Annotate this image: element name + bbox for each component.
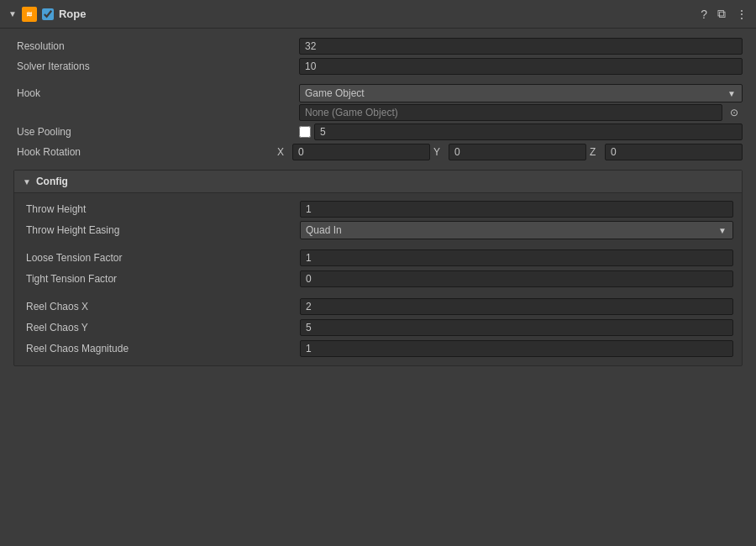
presets-button[interactable]: ⧉ (717, 7, 726, 21)
expand-arrow-icon[interactable]: ▼ (8, 9, 17, 18)
more-options-button[interactable]: ⋮ (736, 8, 748, 21)
solver-iterations-row: Solver Iterations (13, 57, 743, 76)
throw-height-easing-row: Throw Height Easing Quad In ▼ (23, 221, 733, 239)
reel-chaos-magnitude-label: Reel Chaos Magnitude (23, 343, 300, 354)
throw-height-easing-select[interactable]: Quad In (300, 221, 733, 239)
config-section-title: Config (36, 176, 68, 187)
hook-rotation-label: Hook Rotation (13, 146, 277, 158)
reel-chaos-magnitude-row: Reel Chaos Magnitude (23, 339, 733, 358)
use-pooling-checkbox[interactable] (299, 126, 311, 138)
target-icon[interactable]: ⊙ (726, 104, 743, 121)
use-pooling-value-container (299, 123, 743, 140)
tight-tension-row: Tight Tension Factor (23, 270, 733, 288)
header-actions: ? ⧉ ⋮ (701, 7, 748, 21)
config-content: Throw Height Throw Height Easing Quad In… (14, 193, 742, 365)
reel-chaos-y-label: Reel Chaos Y (23, 322, 300, 333)
tight-tension-label: Tight Tension Factor (23, 273, 300, 285)
separator-1 (13, 77, 743, 84)
z-axis-label: Z (590, 146, 601, 158)
panel-header: ▼ ≋ Rope ? ⧉ ⋮ (0, 0, 756, 29)
resolution-input[interactable] (299, 38, 743, 55)
throw-height-row: Throw Height (23, 200, 733, 218)
hook-rotation-row: Hook Rotation X Y Z (13, 143, 743, 161)
reel-chaos-magnitude-input[interactable] (300, 340, 733, 357)
help-button[interactable]: ? (701, 8, 707, 21)
config-separator-2 (23, 291, 733, 296)
tight-tension-input[interactable] (300, 270, 733, 287)
resolution-label: Resolution (13, 40, 299, 52)
reel-chaos-y-value-container (300, 319, 733, 336)
throw-height-easing-select-wrapper: Quad In ▼ (300, 221, 733, 239)
hook-label: Hook (13, 87, 299, 99)
solver-iterations-input[interactable] (299, 58, 743, 75)
reel-chaos-y-input[interactable] (300, 319, 733, 336)
component-icon: ≋ (22, 7, 37, 22)
x-axis-label: X (277, 146, 289, 158)
y-axis-label: Y (433, 146, 445, 158)
tight-tension-value-container (300, 270, 733, 287)
config-expand-arrow-icon: ▼ (23, 177, 31, 186)
none-game-object-row: ⊙ (299, 104, 743, 121)
throw-height-input[interactable] (300, 201, 733, 218)
loose-tension-value-container (300, 249, 733, 266)
hook-select-wrapper: Game Object ▼ (299, 84, 743, 102)
reel-chaos-x-value-container (300, 298, 733, 315)
use-pooling-row: Use Pooling (13, 123, 743, 141)
reel-chaos-magnitude-value-container (300, 340, 733, 357)
resolution-value-container (299, 38, 743, 55)
throw-height-easing-label: Throw Height Easing (23, 224, 300, 236)
reel-chaos-y-row: Reel Chaos Y (23, 318, 733, 337)
reel-chaos-x-label: Reel Chaos X (23, 301, 300, 312)
panel-content: Resolution Solver Iterations Hook Game O… (0, 29, 756, 375)
hook-row: Hook Game Object ▼ (13, 84, 743, 102)
component-title: Rope (59, 8, 696, 20)
loose-tension-row: Loose Tension Factor (23, 249, 733, 267)
solver-iterations-value-container (299, 58, 743, 75)
config-section: ▼ Config Throw Height Throw Height Easin… (13, 170, 743, 366)
hook-rotation-z-input[interactable] (605, 144, 743, 160)
inspector-panel: ▼ ≋ Rope ? ⧉ ⋮ Resolution Solver Iterati… (0, 0, 756, 546)
hook-rotation-y-input[interactable] (449, 144, 586, 160)
solver-iterations-label: Solver Iterations (13, 60, 299, 72)
config-section-header[interactable]: ▼ Config (14, 171, 742, 193)
loose-tension-label: Loose Tension Factor (23, 252, 300, 264)
use-pooling-label: Use Pooling (13, 126, 299, 138)
hook-rotation-xyz: X Y Z (277, 144, 743, 160)
resolution-row: Resolution (13, 37, 743, 55)
hook-rotation-x-input[interactable] (292, 144, 430, 160)
throw-height-label: Throw Height (23, 203, 300, 215)
reel-chaos-x-row: Reel Chaos X (23, 297, 733, 316)
use-pooling-number-input[interactable] (314, 123, 743, 140)
loose-tension-input[interactable] (300, 249, 733, 266)
hook-select[interactable]: Game Object (299, 84, 743, 102)
reel-chaos-x-input[interactable] (300, 298, 733, 315)
component-enabled-checkbox[interactable] (42, 8, 54, 20)
hook-object-input[interactable] (299, 104, 722, 121)
config-separator-1 (23, 242, 733, 247)
throw-height-value-container (300, 201, 733, 218)
